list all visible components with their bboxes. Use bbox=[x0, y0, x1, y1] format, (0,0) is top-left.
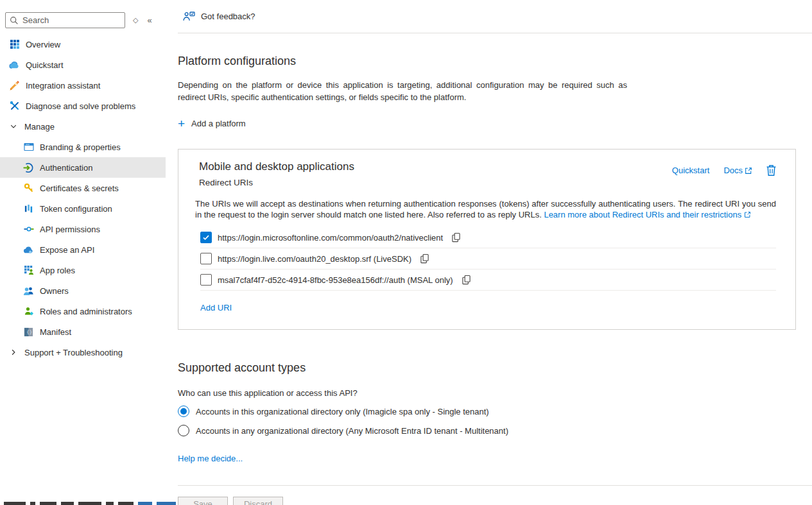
copy-button[interactable] bbox=[420, 253, 429, 264]
redirect-uri-value[interactable]: msal7cfaf4f7-d52c-4914-8fbc-953e8ea156df… bbox=[218, 275, 453, 285]
sidebar-item-certificates[interactable]: Certificates & secrets bbox=[0, 178, 166, 198]
sidebar-item-api-permissions[interactable]: API permissions bbox=[0, 219, 166, 239]
copy-button[interactable] bbox=[451, 232, 461, 243]
sidebar-item-label: Overview bbox=[26, 40, 60, 49]
sidebar-group-support[interactable]: Support + Troubleshooting bbox=[0, 342, 166, 363]
sidebar-item-label: Integration assistant bbox=[26, 81, 100, 90]
redirect-uri-value[interactable]: https://login.live.com/oauth20_desktop.s… bbox=[218, 254, 411, 264]
sidebar-item-manifest[interactable]: {} Manifest bbox=[0, 321, 166, 342]
main-content: Got feedback? Platform configurations De… bbox=[166, 0, 812, 505]
radio-selected-icon[interactable] bbox=[178, 406, 189, 417]
collapse-sidebar-icon[interactable]: « bbox=[147, 15, 151, 25]
external-link-icon bbox=[745, 167, 752, 175]
sidebar-item-quickstart[interactable]: Quickstart bbox=[0, 55, 166, 75]
sidebar-item-label: Expose an API bbox=[40, 245, 94, 255]
add-uri-link[interactable]: Add URI bbox=[200, 303, 232, 312]
copy-icon bbox=[420, 253, 429, 264]
sidebar-item-expose-api[interactable]: Expose an API bbox=[0, 239, 166, 260]
sidebar-item-roles-admins[interactable]: Roles and administrators bbox=[0, 301, 166, 321]
check-icon bbox=[202, 234, 210, 241]
sidebar-group-label: Manage bbox=[24, 122, 55, 132]
help-me-decide-link[interactable]: Help me decide... bbox=[178, 454, 243, 463]
save-button[interactable]: Save bbox=[178, 497, 228, 505]
sidebar-item-label: Quickstart bbox=[26, 60, 64, 70]
trash-icon bbox=[766, 165, 776, 176]
sidebar-item-authentication[interactable]: Authentication bbox=[0, 157, 166, 178]
sidebar-item-branding[interactable]: Branding & properties bbox=[0, 137, 166, 157]
pin-diamond-icon[interactable]: ◇ bbox=[133, 16, 138, 24]
uri-checkbox[interactable] bbox=[200, 253, 212, 264]
key-icon bbox=[23, 183, 34, 194]
supported-account-types-title: Supported account types bbox=[178, 361, 812, 375]
radio-multitenant[interactable]: Accounts in any organizational directory… bbox=[178, 425, 812, 436]
sidebar-item-overview[interactable]: Overview bbox=[0, 34, 166, 55]
bars-icon bbox=[23, 203, 34, 214]
discard-button[interactable]: Discard bbox=[233, 497, 283, 505]
sidebar-item-label: Manifest bbox=[40, 327, 71, 337]
delete-platform-button[interactable] bbox=[766, 165, 776, 176]
docs-link[interactable]: Docs bbox=[723, 166, 743, 175]
add-platform-label: Add a platform bbox=[191, 119, 246, 128]
redirect-uri-value[interactable]: https://login.microsoftonline.com/common… bbox=[218, 233, 443, 243]
sidebar-item-owners[interactable]: Owners bbox=[0, 280, 166, 301]
redirect-uri-row: https://login.microsoftonline.com/common… bbox=[200, 227, 776, 248]
radio-single-tenant[interactable]: Accounts in this organizational director… bbox=[178, 406, 812, 417]
feedback-icon bbox=[183, 11, 195, 22]
got-feedback-label: Got feedback? bbox=[201, 12, 255, 21]
redirect-uris-description: The URIs we will accept as destinations … bbox=[195, 198, 776, 220]
card-subtitle: Redirect URIs bbox=[199, 178, 354, 187]
sidebar-item-diagnose[interactable]: Diagnose and solve problems bbox=[0, 96, 166, 116]
person-diamond-icon bbox=[23, 306, 34, 317]
search-box[interactable] bbox=[5, 12, 125, 28]
copy-button[interactable] bbox=[462, 275, 471, 285]
sidebar-item-integration-assistant[interactable]: Integration assistant bbox=[0, 75, 166, 96]
got-feedback-button[interactable]: Got feedback? bbox=[178, 11, 255, 22]
svg-text:{}: {} bbox=[26, 329, 32, 335]
sidebar-item-label: Certificates & secrets bbox=[40, 184, 119, 193]
learn-more-link[interactable]: Learn more about Redirect URIs and their… bbox=[544, 210, 741, 219]
copy-icon bbox=[462, 275, 471, 285]
mobile-desktop-card: Mobile and desktop applications Redirect… bbox=[178, 149, 796, 330]
people-icon bbox=[23, 286, 34, 296]
radio-unselected-icon[interactable] bbox=[178, 425, 189, 436]
app-window: ◇ « Overview Quickstart Integration a bbox=[0, 0, 812, 505]
platform-configurations-title: Platform configurations bbox=[178, 55, 812, 68]
rocket-icon bbox=[9, 80, 20, 91]
radio-label: Accounts in any organizational directory… bbox=[196, 426, 508, 436]
sidebar-item-label: Token configuration bbox=[40, 204, 112, 214]
platform-description: Depending on the platform or device this… bbox=[178, 79, 627, 103]
sidebar-item-token-configuration[interactable]: Token configuration bbox=[0, 198, 166, 219]
sidebar-item-label: Authentication bbox=[40, 163, 92, 173]
sidebar-group-manage[interactable]: Manage bbox=[0, 116, 166, 137]
copy-icon bbox=[451, 232, 461, 243]
sidebar-group-label: Support + Troubleshooting bbox=[24, 348, 123, 357]
add-platform-button[interactable]: + Add a platform bbox=[178, 119, 246, 128]
footer-actions: Save Discard bbox=[178, 497, 812, 505]
sidebar-item-label: Owners bbox=[40, 286, 69, 296]
cloud-icon bbox=[9, 60, 20, 71]
overview-grid-icon bbox=[9, 39, 20, 50]
chevron-down-icon bbox=[9, 122, 18, 131]
sidebar-search-row: ◇ « bbox=[0, 12, 166, 28]
card-actions: Quickstart Docs bbox=[672, 165, 776, 176]
quickstart-link[interactable]: Quickstart bbox=[672, 166, 710, 175]
api-arrow-icon bbox=[23, 224, 34, 235]
command-bar: Got feedback? bbox=[178, 0, 812, 33]
account-types-question: Who can use this application or access t… bbox=[178, 388, 812, 398]
search-icon bbox=[10, 16, 19, 25]
plus-icon: + bbox=[178, 119, 185, 128]
uri-checkbox-checked[interactable] bbox=[200, 232, 212, 243]
redirect-uri-row: https://login.live.com/oauth20_desktop.s… bbox=[200, 248, 776, 270]
sidebar-item-app-roles[interactable]: App roles bbox=[0, 260, 166, 280]
sidebar: ◇ « Overview Quickstart Integration a bbox=[0, 0, 166, 505]
footer-divider bbox=[178, 485, 812, 486]
sidebar-item-label: Roles and administrators bbox=[40, 307, 132, 316]
card-title: Mobile and desktop applications bbox=[199, 160, 354, 173]
sidebar-item-label: API permissions bbox=[40, 225, 100, 234]
search-input[interactable] bbox=[22, 15, 121, 25]
sidebar-item-label: App roles bbox=[40, 266, 75, 275]
redirect-uri-list: https://login.microsoftonline.com/common… bbox=[195, 227, 776, 291]
uri-checkbox[interactable] bbox=[200, 274, 212, 286]
browser-window-icon bbox=[23, 142, 34, 153]
sidebar-nav: Overview Quickstart Integration assistan… bbox=[0, 34, 166, 363]
